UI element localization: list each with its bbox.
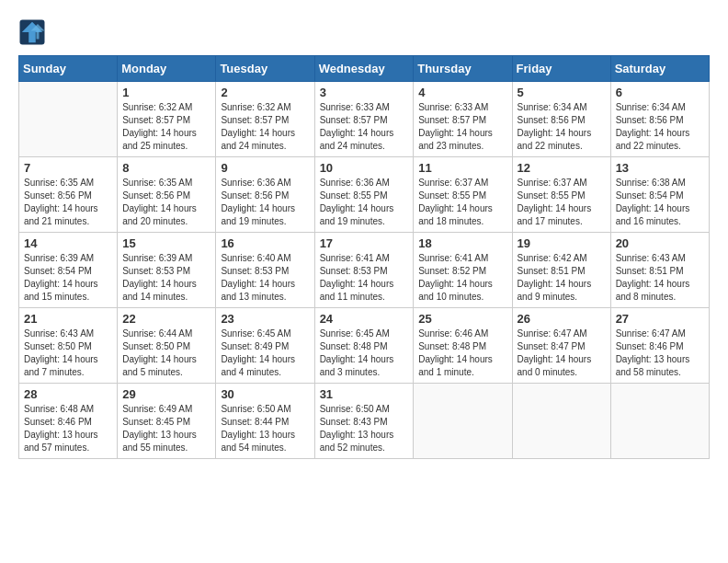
day-number: 16 [221,236,309,250]
day-info: Sunrise: 6:45 AMSunset: 8:49 PMDaylight:… [221,327,309,379]
day-number: 21 [24,312,112,326]
day-info: Sunrise: 6:35 AMSunset: 8:56 PMDaylight:… [122,177,210,228]
day-info: Sunrise: 6:32 AMSunset: 8:57 PMDaylight:… [221,101,309,153]
calendar-cell [512,384,610,459]
day-info: Sunrise: 6:45 AMSunset: 8:48 PMDaylight:… [320,327,409,379]
calendar-cell: 29Sunrise: 6:49 AMSunset: 8:45 PMDayligh… [118,384,216,459]
calendar-cell: 5Sunrise: 6:34 AMSunset: 8:56 PMDaylight… [512,82,610,157]
day-number: 9 [221,161,309,175]
day-number: 20 [616,236,704,250]
day-info: Sunrise: 6:48 AMSunset: 8:46 PMDaylight:… [24,403,112,454]
calendar-week-row: 21Sunrise: 6:43 AMSunset: 8:50 PMDayligh… [19,308,710,384]
day-info: Sunrise: 6:43 AMSunset: 8:51 PMDaylight:… [616,252,704,304]
day-number: 19 [518,236,606,250]
weekday-header: Sunday [19,56,118,82]
day-info: Sunrise: 6:41 AMSunset: 8:52 PMDaylight:… [418,252,506,304]
day-info: Sunrise: 6:49 AMSunset: 8:45 PMDaylight:… [122,403,210,454]
day-number: 30 [221,387,309,401]
calendar-week-row: 14Sunrise: 6:39 AMSunset: 8:54 PMDayligh… [19,233,710,308]
day-number: 4 [418,86,506,99]
calendar-cell: 26Sunrise: 6:47 AMSunset: 8:47 PMDayligh… [512,308,610,384]
weekday-header: Thursday [414,56,512,82]
calendar-cell: 17Sunrise: 6:41 AMSunset: 8:53 PMDayligh… [314,233,414,308]
calendar-cell: 2Sunrise: 6:32 AMSunset: 8:57 PMDaylight… [216,82,314,157]
day-info: Sunrise: 6:50 AMSunset: 8:44 PMDaylight:… [221,403,309,454]
calendar-cell: 6Sunrise: 6:34 AMSunset: 8:56 PMDaylight… [610,82,709,157]
calendar-cell: 24Sunrise: 6:45 AMSunset: 8:48 PMDayligh… [314,308,414,384]
calendar-cell: 25Sunrise: 6:46 AMSunset: 8:48 PMDayligh… [414,308,512,384]
day-number: 22 [122,312,210,326]
calendar-cell: 27Sunrise: 6:47 AMSunset: 8:46 PMDayligh… [610,308,709,384]
weekday-header-row: SundayMondayTuesdayWednesdayThursdayFrid… [19,56,710,82]
calendar-cell: 30Sunrise: 6:50 AMSunset: 8:44 PMDayligh… [216,384,314,459]
day-number: 24 [320,312,409,326]
calendar-cell: 22Sunrise: 6:44 AMSunset: 8:50 PMDayligh… [118,308,216,384]
day-number: 3 [320,86,409,99]
day-number: 15 [122,236,210,250]
day-info: Sunrise: 6:50 AMSunset: 8:43 PMDaylight:… [320,403,409,454]
calendar-cell: 10Sunrise: 6:36 AMSunset: 8:55 PMDayligh… [314,157,414,233]
day-number: 1 [122,86,210,99]
calendar-week-row: 7Sunrise: 6:35 AMSunset: 8:56 PMDaylight… [19,157,710,233]
day-info: Sunrise: 6:33 AMSunset: 8:57 PMDaylight:… [320,101,409,153]
day-info: Sunrise: 6:34 AMSunset: 8:56 PMDaylight:… [518,101,606,153]
day-info: Sunrise: 6:39 AMSunset: 8:54 PMDaylight:… [24,252,112,304]
day-number: 28 [24,387,112,401]
day-number: 27 [616,312,704,326]
day-number: 23 [221,312,309,326]
weekday-header: Friday [512,56,610,82]
calendar-cell: 14Sunrise: 6:39 AMSunset: 8:54 PMDayligh… [19,233,118,308]
calendar-cell: 18Sunrise: 6:41 AMSunset: 8:52 PMDayligh… [414,233,512,308]
day-number: 18 [418,236,506,250]
day-number: 6 [616,86,704,99]
day-info: Sunrise: 6:41 AMSunset: 8:53 PMDaylight:… [320,252,409,304]
day-info: Sunrise: 6:43 AMSunset: 8:50 PMDaylight:… [24,327,112,379]
day-number: 13 [616,161,704,175]
day-info: Sunrise: 6:35 AMSunset: 8:56 PMDaylight:… [24,177,112,228]
day-number: 17 [320,236,409,250]
calendar-cell: 12Sunrise: 6:37 AMSunset: 8:55 PMDayligh… [512,157,610,233]
calendar-table: SundayMondayTuesdayWednesdayThursdayFrid… [18,55,710,459]
calendar-cell: 7Sunrise: 6:35 AMSunset: 8:56 PMDaylight… [19,157,118,233]
calendar-cell: 31Sunrise: 6:50 AMSunset: 8:43 PMDayligh… [314,384,414,459]
day-info: Sunrise: 6:46 AMSunset: 8:48 PMDaylight:… [418,327,506,379]
day-number: 2 [221,86,309,99]
calendar-week-row: 28Sunrise: 6:48 AMSunset: 8:46 PMDayligh… [19,384,710,459]
calendar-cell: 21Sunrise: 6:43 AMSunset: 8:50 PMDayligh… [19,308,118,384]
calendar-cell: 28Sunrise: 6:48 AMSunset: 8:46 PMDayligh… [19,384,118,459]
day-info: Sunrise: 6:36 AMSunset: 8:56 PMDaylight:… [221,177,309,228]
calendar-cell: 8Sunrise: 6:35 AMSunset: 8:56 PMDaylight… [118,157,216,233]
day-number: 29 [122,387,210,401]
calendar-cell: 1Sunrise: 6:32 AMSunset: 8:57 PMDaylight… [118,82,216,157]
day-info: Sunrise: 6:32 AMSunset: 8:57 PMDaylight:… [122,101,210,153]
day-info: Sunrise: 6:36 AMSunset: 8:55 PMDaylight:… [320,177,409,228]
calendar-cell: 4Sunrise: 6:33 AMSunset: 8:57 PMDaylight… [414,82,512,157]
day-number: 12 [518,161,606,175]
day-number: 7 [24,161,112,175]
day-info: Sunrise: 6:42 AMSunset: 8:51 PMDaylight:… [518,252,606,304]
day-info: Sunrise: 6:33 AMSunset: 8:57 PMDaylight:… [418,101,506,153]
calendar-week-row: 1Sunrise: 6:32 AMSunset: 8:57 PMDaylight… [19,82,710,157]
weekday-header: Saturday [610,56,709,82]
calendar-cell [610,384,709,459]
calendar-cell: 11Sunrise: 6:37 AMSunset: 8:55 PMDayligh… [414,157,512,233]
weekday-header: Wednesday [314,56,414,82]
day-info: Sunrise: 6:47 AMSunset: 8:46 PMDaylight:… [616,327,704,379]
day-info: Sunrise: 6:40 AMSunset: 8:53 PMDaylight:… [221,252,309,304]
calendar-cell: 20Sunrise: 6:43 AMSunset: 8:51 PMDayligh… [610,233,709,308]
day-info: Sunrise: 6:44 AMSunset: 8:50 PMDaylight:… [122,327,210,379]
calendar-cell: 23Sunrise: 6:45 AMSunset: 8:49 PMDayligh… [216,308,314,384]
day-number: 25 [418,312,506,326]
calendar-cell: 15Sunrise: 6:39 AMSunset: 8:53 PMDayligh… [118,233,216,308]
day-number: 14 [24,236,112,250]
day-info: Sunrise: 6:34 AMSunset: 8:56 PMDaylight:… [616,101,704,153]
weekday-header: Monday [118,56,216,82]
weekday-header: Tuesday [216,56,314,82]
day-info: Sunrise: 6:38 AMSunset: 8:54 PMDaylight:… [616,177,704,228]
day-number: 11 [418,161,506,175]
page-header [18,18,710,46]
logo-icon [18,18,46,46]
calendar-cell: 9Sunrise: 6:36 AMSunset: 8:56 PMDaylight… [216,157,314,233]
calendar-cell: 13Sunrise: 6:38 AMSunset: 8:54 PMDayligh… [610,157,709,233]
day-number: 31 [320,387,409,401]
